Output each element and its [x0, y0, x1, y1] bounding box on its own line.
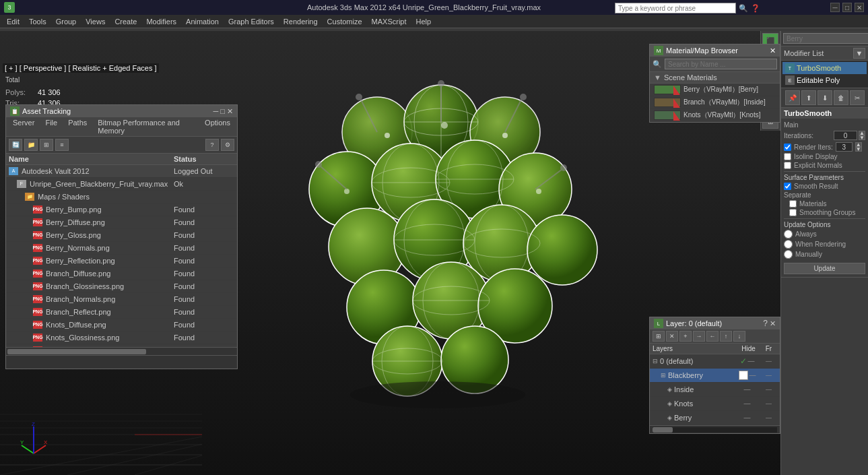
- asset-row-2[interactable]: 📁 Maps / Shaders: [6, 191, 237, 203]
- search-input[interactable]: [615, 3, 736, 13]
- menu-item-help[interactable]: Help: [412, 17, 436, 26]
- asset-tracking-close[interactable]: ✕: [227, 107, 233, 116]
- asset-row-7[interactable]: PNG Berry_Reflection.png Found: [6, 255, 237, 267]
- menu-item-edit[interactable]: Edit: [3, 17, 24, 26]
- at-menu-options[interactable]: Options: [202, 119, 233, 135]
- at-toolbar-btn-3[interactable]: ⊞: [40, 139, 53, 151]
- asset-row-11[interactable]: PNG Branch_Reflect.png Found: [6, 306, 237, 319]
- menu-item-maxscript[interactable]: MAXScript: [368, 17, 411, 26]
- render-iters-spinner[interactable]: ▲ ▼: [855, 142, 862, 152]
- render-iters-checkbox[interactable]: [784, 144, 791, 151]
- material-item-0[interactable]: Berry（VRayMtl）[Berry]: [650, 84, 780, 96]
- maximize-button[interactable]: □: [842, 3, 852, 12]
- window-controls[interactable]: ─ □ ✕: [830, 3, 864, 12]
- modifier-turbosmooth[interactable]: T TurboSmooth: [782, 62, 867, 74]
- layer-tb-4[interactable]: →: [693, 331, 705, 342]
- layer-panel-help[interactable]: ?: [763, 319, 768, 328]
- layer-row-inside[interactable]: ◈ Inside — —: [650, 383, 780, 397]
- at-menu-paths[interactable]: Paths: [65, 119, 90, 135]
- at-menu-bitmap[interactable]: Bitmap Performance and Memory: [95, 119, 197, 135]
- iterations-input[interactable]: [834, 131, 857, 140]
- asset-row-9[interactable]: PNG Branch_Glossiness.png Found: [6, 280, 237, 293]
- right-panel-search-input[interactable]: [783, 33, 868, 44]
- stack-icon-2[interactable]: ⬆: [801, 90, 816, 105]
- layer-0-dash: —: [748, 356, 755, 367]
- stack-icon-5[interactable]: ✂: [850, 90, 865, 105]
- close-button[interactable]: ✕: [855, 3, 864, 12]
- render-iters-input[interactable]: [836, 142, 853, 152]
- menu-item-views[interactable]: Views: [81, 17, 109, 26]
- layer-row-knots[interactable]: ◈ Knots — —: [650, 397, 780, 411]
- materials-checkbox[interactable]: [789, 200, 797, 208]
- stack-icon-4[interactable]: 🗑: [834, 90, 848, 105]
- asset-row-13[interactable]: PNG Knots_Glossiness.png Found: [6, 331, 237, 344]
- layer-row-blackberry[interactable]: ⊞ Blackberry — —: [650, 369, 780, 383]
- asset-row-6[interactable]: PNG Berry_Normals.png Found: [6, 242, 237, 255]
- layer-row-default[interactable]: ⊟ 0 (default) ✓ — —: [650, 354, 780, 369]
- search-icon[interactable]: 🔍: [739, 4, 748, 13]
- at-toolbar-settings[interactable]: ⚙: [221, 139, 234, 151]
- menu-item-customize[interactable]: Customize: [323, 17, 366, 26]
- layer-tb-2[interactable]: ✕: [666, 331, 678, 342]
- asset-tracking-restore[interactable]: □: [220, 107, 225, 116]
- search-bar: 🔍 ❓: [615, 3, 760, 13]
- material-search-input[interactable]: [665, 59, 777, 69]
- at-toolbar-btn-2[interactable]: 📁: [24, 139, 38, 151]
- asset-row-4[interactable]: PNG Berry_Diffuse.png Found: [6, 216, 237, 229]
- asset-row-1[interactable]: F Unripe_Green_Blackberry_Fruit_vray.max…: [6, 178, 237, 191]
- at-toolbar-btn-4[interactable]: ≡: [55, 139, 69, 151]
- render-spinner-down[interactable]: ▼: [855, 147, 862, 152]
- mat-browser-close[interactable]: ✕: [770, 46, 776, 55]
- asset-list-body[interactable]: A Autodesk Vault 2012 Logged Out F Unrip…: [6, 165, 237, 347]
- menu-item-tools[interactable]: Tools: [25, 17, 51, 26]
- always-radio[interactable]: [784, 230, 793, 239]
- spinner-down[interactable]: ▼: [859, 135, 865, 140]
- layer-row-berry[interactable]: ◈ Berry — —: [650, 411, 780, 425]
- asset-row-0[interactable]: A Autodesk Vault 2012 Logged Out: [6, 165, 237, 178]
- update-button[interactable]: Update: [784, 263, 865, 274]
- asset-row-8[interactable]: PNG Branch_Diffuse.png Found: [6, 267, 237, 280]
- when-rendering-radio[interactable]: [784, 240, 793, 249]
- horizontal-scrollbar[interactable]: [6, 347, 237, 355]
- menu-item-animation[interactable]: Animation: [182, 17, 223, 26]
- layer-tb-6[interactable]: ↑: [720, 331, 732, 342]
- asset-row-12[interactable]: PNG Knots_Diffuse.png Found: [6, 319, 237, 331]
- layer-tb-1[interactable]: ⊞: [653, 331, 665, 342]
- material-item-2[interactable]: Knots（VRayMtl）[Knots]: [650, 109, 780, 122]
- modifier-editable-poly[interactable]: E Editable Poly: [782, 74, 867, 86]
- menu-item-modifiers[interactable]: Modifiers: [142, 17, 180, 26]
- modifier-list-dropdown[interactable]: ▼: [853, 48, 865, 59]
- isoline-checkbox[interactable]: [784, 153, 791, 160]
- asset-row-10[interactable]: PNG Branch_Normals.png Found: [6, 293, 237, 306]
- asset-tracking-minimize[interactable]: ─: [213, 107, 219, 116]
- asset-row-5[interactable]: PNG Berry_Gloss.png Found: [6, 229, 237, 242]
- asset-row-name-0: A Autodesk Vault 2012: [9, 166, 174, 177]
- menu-item-rendering[interactable]: Rendering: [279, 17, 322, 26]
- material-item-1[interactable]: Branch（VRayMtl）[Inside]: [650, 96, 780, 109]
- layer-bb-checkbox[interactable]: [739, 371, 748, 380]
- at-toolbar-btn-1[interactable]: 🔄: [9, 139, 22, 151]
- asset-row-3[interactable]: PNG Berry_Bump.png Found: [6, 203, 237, 216]
- turbosmooth-section-title[interactable]: TurboSmooth: [781, 108, 868, 119]
- layer-panel-close[interactable]: ✕: [770, 319, 776, 328]
- menu-item-group[interactable]: Group: [52, 17, 81, 26]
- render-iters-label: Render Iters:: [794, 144, 833, 151]
- layer-tb-7[interactable]: ↓: [733, 331, 745, 342]
- stack-icon-1[interactable]: 📌: [785, 90, 800, 105]
- stack-icon-3[interactable]: ⬇: [817, 90, 832, 105]
- layer-scrollbar[interactable]: [650, 425, 780, 433]
- menu-item-graph-editors[interactable]: Graph Editors: [224, 17, 278, 26]
- minimize-button[interactable]: ─: [830, 3, 840, 12]
- iterations-spinner[interactable]: ▲ ▼: [859, 131, 865, 140]
- menu-item-create[interactable]: Create: [110, 17, 141, 26]
- help-icon[interactable]: ❓: [751, 4, 760, 13]
- at-menu-server[interactable]: Server: [10, 119, 37, 135]
- at-toolbar-help[interactable]: ?: [205, 139, 219, 151]
- smoothing-groups-checkbox[interactable]: [789, 209, 797, 216]
- layer-tb-5[interactable]: ←: [706, 331, 719, 342]
- at-menu-file[interactable]: File: [42, 119, 60, 135]
- smooth-result-checkbox[interactable]: [784, 183, 791, 190]
- manually-radio[interactable]: [784, 250, 793, 259]
- layer-tb-3[interactable]: +: [679, 331, 692, 342]
- explicit-normals-checkbox[interactable]: [784, 162, 791, 169]
